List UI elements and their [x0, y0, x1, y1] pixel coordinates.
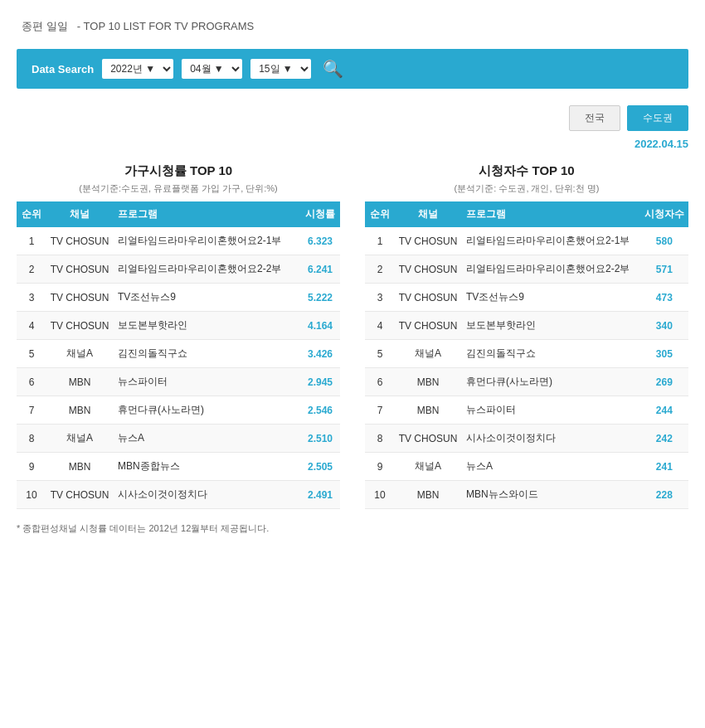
- program-cell: 뉴스파이터: [113, 368, 300, 396]
- rating-cell: 2.945: [300, 368, 340, 396]
- rank-cell: 2: [17, 255, 46, 284]
- channel-cell: MBN: [46, 453, 113, 481]
- h-channel-header: 채널: [46, 201, 113, 227]
- table-row: 5 채널A 김진의돌직구쇼 3.426: [17, 340, 340, 368]
- program-cell: MBN종합뉴스: [113, 453, 300, 481]
- viewers-cell: 228: [640, 481, 688, 509]
- channel-cell: 채널A: [395, 453, 461, 481]
- table-row: 10 TV CHOSUN 시사소이것이정치다 2.491: [17, 481, 340, 509]
- viewers-cell: 473: [640, 284, 688, 312]
- v-channel-header: 채널: [395, 201, 461, 227]
- channel-cell: TV CHOSUN: [46, 481, 113, 509]
- table-row: 2 TV CHOSUN 리얼타임드라마우리이혼했어요2-2부 6.241: [17, 255, 340, 284]
- table-row: 7 MBN 휴먼다큐(사노라면) 2.546: [17, 396, 340, 425]
- program-cell: 리얼타임드라마우리이혼했어요2-1부: [461, 227, 640, 255]
- rating-cell: 6.323: [300, 227, 340, 255]
- table-row: 7 MBN 뉴스파이터 244: [365, 396, 688, 425]
- h-rating-header: 시청률: [300, 201, 340, 227]
- household-table: 순위 채널 프로그램 시청률 1 TV CHOSUN 리얼타임드라마우리이혼했어…: [17, 201, 340, 509]
- month-select[interactable]: 04월 ▼: [182, 59, 242, 79]
- rating-cell: 2.510: [300, 425, 340, 453]
- program-cell: 시사소이것이정치다: [461, 425, 640, 453]
- viewers-cell: 244: [640, 396, 688, 425]
- channel-cell: TV CHOSUN: [46, 227, 113, 255]
- rank-cell: 8: [17, 425, 46, 453]
- rank-cell: 9: [365, 453, 395, 481]
- viewers-title: 시청자수 TOP 10: [365, 163, 688, 179]
- channel-cell: TV CHOSUN: [46, 255, 113, 284]
- tables-row: 가구시청률 TOP 10 (분석기준:수도권, 유료플랫폼 가입 가구, 단위:…: [17, 163, 688, 509]
- rank-cell: 9: [17, 453, 46, 481]
- page-title: 종편 일일 - TOP 10 LIST FOR TV PROGRAMS: [17, 17, 688, 34]
- table-row: 1 TV CHOSUN 리얼타임드라마우리이혼했어요2-1부 580: [365, 227, 688, 255]
- rank-cell: 7: [365, 396, 395, 425]
- rating-cell: 2.491: [300, 481, 340, 509]
- channel-cell: TV CHOSUN: [395, 227, 461, 255]
- household-rating-section: 가구시청률 TOP 10 (분석기준:수도권, 유료플랫폼 가입 가구, 단위:…: [17, 163, 340, 509]
- rating-cell: 3.426: [300, 340, 340, 368]
- day-select[interactable]: 15일 ▼: [250, 59, 311, 79]
- rank-cell: 6: [17, 368, 46, 396]
- channel-cell: TV CHOSUN: [46, 312, 113, 340]
- nationwide-button[interactable]: 전국: [569, 105, 620, 131]
- viewers-subtitle: (분석기준: 수도권, 개인, 단위:천 명): [365, 182, 688, 195]
- rank-cell: 6: [365, 368, 395, 396]
- table-row: 10 MBN MBN뉴스와이드 228: [365, 481, 688, 509]
- program-cell: 뉴스A: [461, 453, 640, 481]
- channel-cell: MBN: [395, 368, 461, 396]
- viewers-cell: 571: [640, 255, 688, 284]
- table-row: 3 TV CHOSUN TV조선뉴스9 473: [365, 284, 688, 312]
- program-cell: 김진의돌직구쇼: [461, 340, 640, 368]
- channel-cell: TV CHOSUN: [395, 255, 461, 284]
- h-rank-header: 순위: [17, 201, 46, 227]
- program-cell: 보도본부핫라인: [461, 312, 640, 340]
- viewers-section: 시청자수 TOP 10 (분석기준: 수도권, 개인, 단위:천 명) 순위 채…: [365, 163, 688, 509]
- program-cell: 뉴스파이터: [461, 396, 640, 425]
- household-title: 가구시청률 TOP 10: [17, 163, 340, 179]
- rank-cell: 2: [365, 255, 395, 284]
- metropolitan-button[interactable]: 수도권: [627, 105, 688, 131]
- program-cell: 휴먼다큐(사노라면): [461, 368, 640, 396]
- viewers-cell: 340: [640, 312, 688, 340]
- rank-cell: 4: [17, 312, 46, 340]
- channel-cell: MBN: [395, 481, 461, 509]
- channel-cell: TV CHOSUN: [46, 284, 113, 312]
- rating-cell: 2.505: [300, 453, 340, 481]
- region-controls: 전국 수도권: [17, 105, 688, 131]
- search-button[interactable]: 🔍: [323, 59, 343, 79]
- rank-cell: 3: [17, 284, 46, 312]
- rank-cell: 10: [17, 481, 46, 509]
- viewers-cell: 269: [640, 368, 688, 396]
- rank-cell: 3: [365, 284, 395, 312]
- viewers-cell: 241: [640, 453, 688, 481]
- channel-cell: TV CHOSUN: [395, 312, 461, 340]
- program-cell: 리얼타임드라마우리이혼했어요2-2부: [461, 255, 640, 284]
- table-row: 6 MBN 뉴스파이터 2.945: [17, 368, 340, 396]
- program-cell: 뉴스A: [113, 425, 300, 453]
- program-cell: TV조선뉴스9: [461, 284, 640, 312]
- table-row: 1 TV CHOSUN 리얼타임드라마우리이혼했어요2-1부 6.323: [17, 227, 340, 255]
- channel-cell: 채널A: [46, 425, 113, 453]
- program-cell: 시사소이것이정치다: [113, 481, 300, 509]
- rating-cell: 4.164: [300, 312, 340, 340]
- search-label: Data Search: [32, 63, 94, 75]
- date-display: 2022.04.15: [17, 138, 688, 150]
- rank-cell: 5: [365, 340, 395, 368]
- program-cell: 리얼타임드라마우리이혼했어요2-2부: [113, 255, 300, 284]
- rank-cell: 1: [365, 227, 395, 255]
- channel-cell: TV CHOSUN: [395, 284, 461, 312]
- program-cell: MBN뉴스와이드: [461, 481, 640, 509]
- rating-cell: 5.222: [300, 284, 340, 312]
- channel-cell: 채널A: [395, 340, 461, 368]
- v-program-header: 프로그램: [461, 201, 640, 227]
- channel-cell: MBN: [395, 396, 461, 425]
- search-bar: Data Search 2022년 ▼ 04월 ▼ 15일 ▼ 🔍: [17, 49, 688, 89]
- program-cell: 휴먼다큐(사노라면): [113, 396, 300, 425]
- program-cell: 보도본부핫라인: [113, 312, 300, 340]
- table-row: 6 MBN 휴먼다큐(사노라면) 269: [365, 368, 688, 396]
- viewers-cell: 242: [640, 425, 688, 453]
- program-cell: 리얼타임드라마우리이혼했어요2-1부: [113, 227, 300, 255]
- channel-cell: MBN: [46, 396, 113, 425]
- year-select[interactable]: 2022년 ▼: [102, 59, 173, 79]
- table-row: 9 채널A 뉴스A 241: [365, 453, 688, 481]
